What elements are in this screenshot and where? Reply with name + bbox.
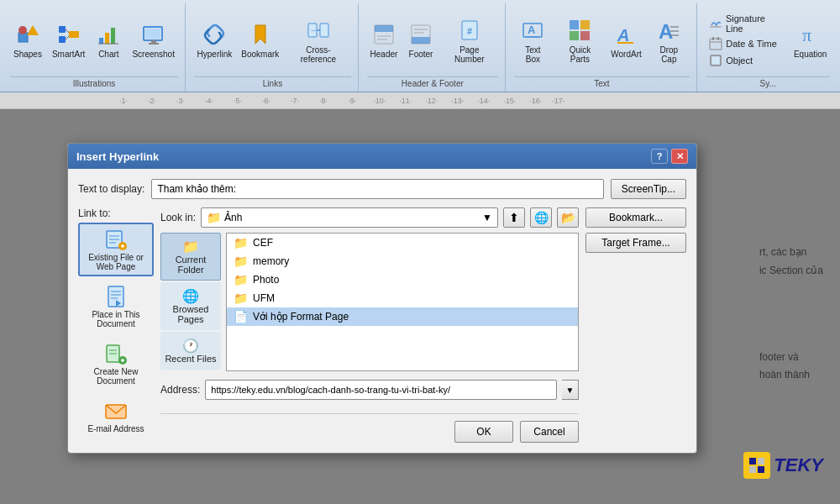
file-name-cef: CEF bbox=[253, 237, 273, 249]
chart-button[interactable]: Chart bbox=[92, 19, 125, 60]
svg-rect-53 bbox=[749, 466, 756, 473]
dialog-titlebar: Insert Hyperlink ? ✕ bbox=[68, 144, 696, 169]
footer-button[interactable]: Footer bbox=[404, 19, 438, 60]
place-document-button[interactable]: Place in This Document bbox=[78, 280, 154, 333]
quickparts-button[interactable]: Quick Parts bbox=[555, 15, 605, 66]
file-list-container: 📁 Current Folder 🌐 Browsed Pages 🕐 Recen… bbox=[160, 233, 579, 371]
teky-logo: TEKY bbox=[743, 452, 823, 479]
recent-files-nav-icon: 🕐 bbox=[165, 338, 217, 354]
file-item-cef[interactable]: 📁 CEF bbox=[227, 234, 578, 252]
target-frame-button[interactable]: Target Frame... bbox=[585, 233, 686, 253]
svg-rect-34 bbox=[580, 20, 590, 29]
smartart-button[interactable]: SmartArt bbox=[49, 19, 88, 60]
text-display-input[interactable] bbox=[151, 179, 603, 199]
svg-text:#: # bbox=[467, 26, 472, 36]
look-in-value: Ảnh bbox=[224, 212, 242, 223]
file-item-ufm[interactable]: 📁 UFM bbox=[227, 289, 578, 307]
dialog-titlebar-buttons: ? ✕ bbox=[651, 149, 688, 164]
email-address-button[interactable]: E-mail Address bbox=[78, 394, 154, 438]
file-name-voihop: Với hộp Format Page bbox=[253, 311, 349, 323]
ribbon: Shapes SmartArt bbox=[0, 0, 840, 92]
svg-rect-35 bbox=[570, 31, 579, 40]
file-item-memory[interactable]: 📁 memory bbox=[227, 252, 578, 270]
wordart-button[interactable]: A WordArt bbox=[608, 19, 645, 60]
dialog-close-button[interactable]: ✕ bbox=[671, 149, 688, 164]
svg-rect-8 bbox=[99, 38, 103, 44]
shapes-icon bbox=[14, 21, 41, 48]
object-button[interactable]: Object bbox=[706, 53, 787, 68]
links-group-label: Links bbox=[194, 76, 351, 90]
shapes-label: Shapes bbox=[13, 50, 42, 59]
textbox-icon: A bbox=[519, 17, 546, 44]
dialog-main: Link to: bbox=[78, 207, 686, 443]
text-display-label: Text to display: bbox=[78, 183, 144, 195]
svg-rect-10 bbox=[111, 28, 115, 44]
wordart-label: WordArt bbox=[611, 50, 642, 59]
folder-icon-memory: 📁 bbox=[234, 255, 248, 268]
file-item-voihop[interactable]: 📄 Với hộp Format Page bbox=[227, 307, 578, 326]
nav-web-button[interactable]: 🌐 bbox=[530, 207, 552, 228]
ribbon-groups: Shapes SmartArt bbox=[0, 0, 840, 92]
svg-rect-47 bbox=[717, 37, 719, 40]
dialog-help-button[interactable]: ? bbox=[651, 149, 668, 164]
address-dropdown-button[interactable]: ▼ bbox=[562, 380, 579, 400]
wordart-icon: A bbox=[613, 21, 640, 48]
browsed-pages-nav-label: Browsed Pages bbox=[173, 304, 209, 324]
existing-file-button[interactable]: Existing File or Web Page bbox=[78, 223, 154, 276]
existing-file-icon bbox=[102, 228, 129, 251]
nav-up-button[interactable]: ⬆ bbox=[503, 207, 525, 228]
crossref-button[interactable]: ↔ Cross-reference bbox=[286, 15, 351, 66]
textbox-button[interactable]: A Text Box bbox=[514, 15, 553, 66]
pagenumber-label: Page Number bbox=[444, 45, 495, 64]
insert-hyperlink-dialog: Insert Hyperlink ? ✕ Text to display: Sc… bbox=[67, 143, 697, 454]
ok-button[interactable]: OK bbox=[454, 421, 513, 443]
look-in-dropdown[interactable]: 📁 Ảnh ▼ bbox=[201, 207, 498, 228]
bookmark-button-right[interactable]: Bookmark... bbox=[585, 207, 686, 228]
svg-rect-15 bbox=[149, 43, 159, 45]
folder-icon-ufm: 📁 bbox=[234, 291, 248, 305]
svg-text:↔: ↔ bbox=[310, 27, 317, 34]
ribbon-group-illustrations: Shapes SmartArt bbox=[3, 3, 186, 92]
bookmark-button[interactable]: Bookmark bbox=[239, 19, 282, 60]
recent-files-nav-label: Recent Files bbox=[165, 354, 216, 364]
shapes-button[interactable]: Shapes bbox=[10, 19, 45, 60]
equation-button[interactable]: π Equation bbox=[790, 19, 830, 60]
signature-line-button[interactable]: Signature Line bbox=[706, 13, 787, 34]
chart-label: Chart bbox=[98, 50, 118, 59]
hyperlink-button[interactable]: Hyperlink bbox=[194, 19, 235, 60]
create-document-icon bbox=[102, 342, 129, 365]
file-name-memory: memory bbox=[253, 255, 289, 267]
ruler-ticks: ·1· ·2· ·3· ·4· ·5· ·6· ·7· ·8· ·9· ·10·… bbox=[0, 97, 568, 105]
place-document-icon bbox=[102, 285, 129, 308]
address-row: Address: ▼ bbox=[160, 380, 579, 400]
nav-newfolder-button[interactable]: 📂 bbox=[557, 207, 579, 228]
browsed-pages-nav[interactable]: 🌐 Browsed Pages bbox=[160, 282, 221, 330]
svg-rect-44 bbox=[710, 39, 722, 50]
header-footer-group-label: Header & Footer bbox=[367, 76, 498, 90]
folder-icon: 📁 bbox=[207, 211, 221, 224]
screentip-button[interactable]: ScreenTip... bbox=[611, 179, 686, 199]
recent-files-nav[interactable]: 🕐 Recent Files bbox=[160, 332, 221, 370]
current-folder-nav[interactable]: 📁 Current Folder bbox=[160, 233, 221, 281]
footer-icon bbox=[407, 21, 434, 48]
doc-line4: footer và bbox=[759, 349, 823, 367]
doc-line5: hoàn thành bbox=[759, 366, 823, 385]
create-document-button[interactable]: Create New Document bbox=[78, 337, 154, 391]
svg-rect-54 bbox=[758, 466, 764, 473]
header-button[interactable]: Header bbox=[367, 19, 401, 60]
address-input[interactable] bbox=[205, 380, 557, 400]
svg-rect-13 bbox=[145, 29, 160, 39]
pagenumber-button[interactable]: # Page Number bbox=[441, 15, 498, 66]
dialog-body: Text to display: ScreenTip... Link to: bbox=[68, 169, 696, 453]
svg-rect-51 bbox=[749, 458, 756, 465]
symbols-group-label: Sy... bbox=[706, 76, 830, 90]
object-icon bbox=[709, 54, 722, 67]
current-folder-nav-icon: 📁 bbox=[165, 239, 217, 255]
dropcap-button[interactable]: A Drop Cap bbox=[648, 15, 690, 66]
file-item-photo[interactable]: 📁 Photo bbox=[227, 270, 578, 289]
object-label: Object bbox=[726, 55, 753, 66]
datetime-button[interactable]: Date & Time bbox=[706, 36, 787, 51]
doc-icon-voihop: 📄 bbox=[234, 310, 248, 323]
cancel-button[interactable]: Cancel bbox=[520, 421, 579, 443]
screenshot-button[interactable]: Screenshot bbox=[129, 19, 178, 60]
